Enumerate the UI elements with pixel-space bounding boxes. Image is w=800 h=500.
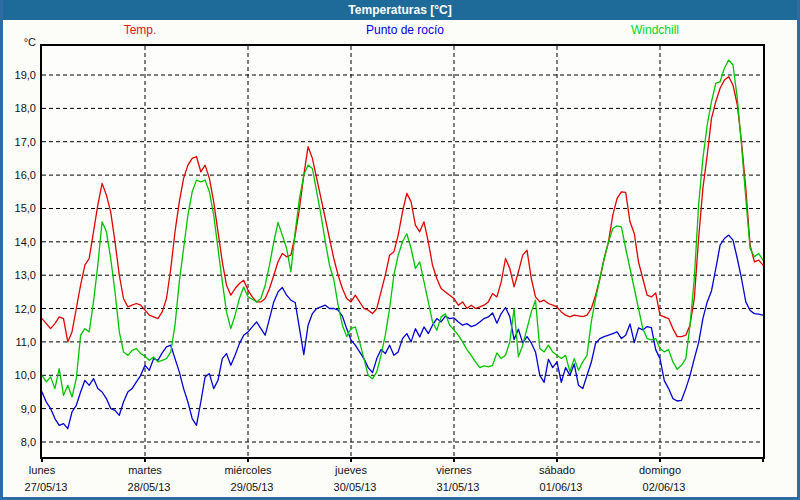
day-name-label: jueves (335, 464, 367, 476)
day-date-label: 27/05/13 (25, 481, 68, 493)
series-line (42, 235, 763, 429)
y-tick-label: 10,0 (3, 368, 36, 382)
legend-item-dew-point: Punto de rocío (366, 23, 444, 37)
y-axis-unit-label: °C (3, 36, 36, 48)
y-tick-label: 8,0 (3, 435, 36, 449)
y-tick-label: 14,0 (3, 235, 36, 249)
day-name-label: lunes (29, 464, 55, 476)
day-name-label: viernes (436, 464, 471, 476)
day-name-label: miércoles (224, 464, 271, 476)
y-tick-label: 16,0 (3, 168, 36, 182)
y-tick-label: 19,0 (3, 68, 36, 82)
y-tick-label: 17,0 (3, 135, 36, 149)
y-tick-label: 9,0 (3, 402, 36, 416)
day-date-label: 28/05/13 (128, 481, 171, 493)
temperature-line-chart (42, 46, 763, 457)
title-bar: Temperaturas [°C] (0, 0, 800, 20)
day-date-label: 01/06/13 (540, 481, 583, 493)
day-date-label: 02/06/13 (643, 481, 686, 493)
x-axis-tick (247, 457, 249, 462)
day-date-label: 29/05/13 (231, 481, 274, 493)
legend-item-windchill: Windchill (631, 23, 679, 37)
x-axis-tick (453, 457, 455, 462)
y-tick-label: 13,0 (3, 268, 36, 282)
series-line (42, 77, 763, 342)
plot-area (40, 44, 765, 459)
day-name-label: martes (128, 464, 162, 476)
day-date-label: 31/05/13 (437, 481, 480, 493)
x-axis-tick (556, 457, 558, 462)
legend-item-temp: Temp. (124, 23, 157, 37)
day-date-label: 30/05/13 (334, 481, 377, 493)
y-tick-label: 15,0 (3, 201, 36, 215)
x-axis-tick (350, 457, 352, 462)
window-title: Temperaturas [°C] (348, 3, 451, 17)
y-tick-label: 18,0 (3, 101, 36, 115)
x-axis-tick (41, 457, 43, 462)
x-axis-tick (144, 457, 146, 462)
x-axis-tick (762, 457, 764, 462)
y-tick-label: 11,0 (3, 335, 36, 349)
app-window: Temperaturas [°C] Temp. Punto de rocío W… (0, 0, 800, 500)
x-axis-tick (659, 457, 661, 462)
day-name-label: domingo (639, 464, 681, 476)
day-name-label: sábado (539, 464, 575, 476)
y-tick-label: 12,0 (3, 302, 36, 316)
